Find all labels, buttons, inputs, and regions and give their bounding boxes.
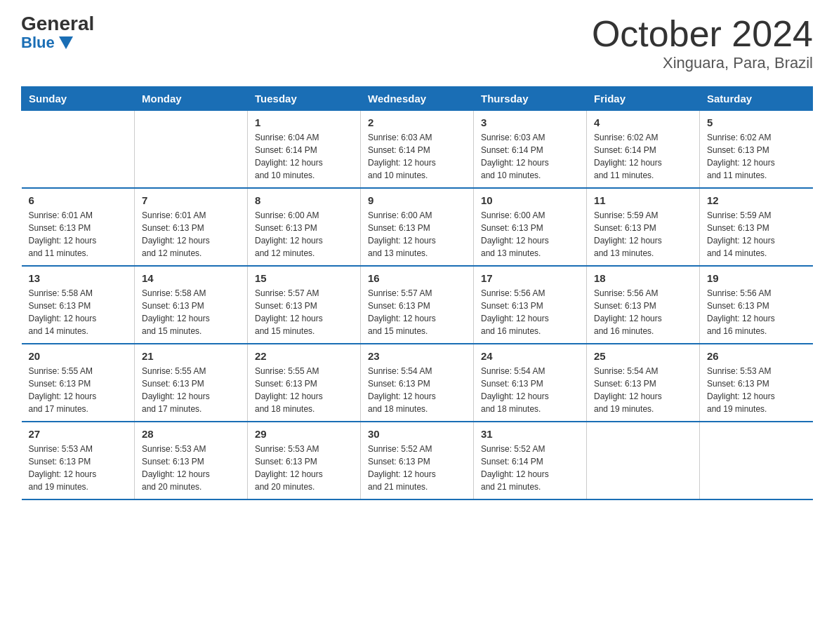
day-info: Sunrise: 5:52 AM Sunset: 6:13 PM Dayligh… — [368, 443, 466, 493]
weekday-header-tuesday: Tuesday — [248, 87, 361, 111]
day-number: 23 — [368, 350, 466, 362]
day-info: Sunrise: 6:00 AM Sunset: 6:13 PM Dayligh… — [255, 209, 353, 260]
day-info: Sunrise: 5:57 AM Sunset: 6:13 PM Dayligh… — [368, 287, 466, 337]
calendar-cell: 3Sunrise: 6:03 AM Sunset: 6:14 PM Daylig… — [474, 111, 587, 189]
day-info: Sunrise: 5:58 AM Sunset: 6:13 PM Dayligh… — [29, 287, 128, 337]
day-number: 6 — [29, 194, 128, 206]
calendar-cell: 5Sunrise: 6:02 AM Sunset: 6:13 PM Daylig… — [700, 111, 813, 189]
logo-blue-text: Blue — [21, 34, 73, 52]
calendar-cell: 21Sunrise: 5:55 AM Sunset: 6:13 PM Dayli… — [135, 344, 248, 422]
calendar-header-row: SundayMondayTuesdayWednesdayThursdayFrid… — [22, 87, 813, 111]
calendar-week-row: 27Sunrise: 5:53 AM Sunset: 6:13 PM Dayli… — [22, 422, 813, 499]
logo-triangle-icon — [59, 36, 73, 49]
calendar-cell: 7Sunrise: 6:01 AM Sunset: 6:13 PM Daylig… — [135, 188, 248, 266]
logo-general-text: General — [21, 14, 94, 34]
day-number: 22 — [255, 350, 353, 362]
month-title: October 2024 — [592, 14, 813, 54]
calendar-week-row: 20Sunrise: 5:55 AM Sunset: 6:13 PM Dayli… — [22, 344, 813, 422]
day-number: 1 — [255, 116, 353, 128]
day-info: Sunrise: 5:58 AM Sunset: 6:13 PM Dayligh… — [142, 287, 240, 337]
day-info: Sunrise: 5:53 AM Sunset: 6:13 PM Dayligh… — [142, 443, 240, 493]
day-info: Sunrise: 5:54 AM Sunset: 6:13 PM Dayligh… — [481, 365, 579, 415]
calendar-cell — [700, 422, 813, 499]
calendar-table: SundayMondayTuesdayWednesdayThursdayFrid… — [21, 86, 813, 500]
day-info: Sunrise: 5:52 AM Sunset: 6:14 PM Dayligh… — [481, 443, 579, 493]
day-number: 31 — [481, 428, 579, 440]
day-info: Sunrise: 5:56 AM Sunset: 6:13 PM Dayligh… — [707, 287, 806, 337]
day-number: 30 — [368, 428, 466, 440]
day-info: Sunrise: 5:53 AM Sunset: 6:13 PM Dayligh… — [29, 443, 128, 493]
calendar-cell: 26Sunrise: 5:53 AM Sunset: 6:13 PM Dayli… — [700, 344, 813, 422]
calendar-week-row: 6Sunrise: 6:01 AM Sunset: 6:13 PM Daylig… — [22, 188, 813, 266]
calendar-cell: 1Sunrise: 6:04 AM Sunset: 6:14 PM Daylig… — [248, 111, 361, 189]
day-number: 8 — [255, 194, 353, 206]
day-number: 28 — [142, 428, 240, 440]
day-number: 11 — [594, 194, 692, 206]
calendar-cell: 17Sunrise: 5:56 AM Sunset: 6:13 PM Dayli… — [474, 266, 587, 344]
weekday-header-sunday: Sunday — [22, 87, 135, 111]
calendar-cell: 19Sunrise: 5:56 AM Sunset: 6:13 PM Dayli… — [700, 266, 813, 344]
calendar-cell: 2Sunrise: 6:03 AM Sunset: 6:14 PM Daylig… — [361, 111, 474, 189]
day-info: Sunrise: 5:57 AM Sunset: 6:13 PM Dayligh… — [255, 287, 353, 337]
calendar-cell: 18Sunrise: 5:56 AM Sunset: 6:13 PM Dayli… — [587, 266, 700, 344]
day-info: Sunrise: 6:01 AM Sunset: 6:13 PM Dayligh… — [29, 209, 128, 260]
day-number: 17 — [481, 272, 579, 284]
day-info: Sunrise: 6:01 AM Sunset: 6:13 PM Dayligh… — [142, 209, 240, 260]
day-info: Sunrise: 5:59 AM Sunset: 6:13 PM Dayligh… — [594, 209, 692, 260]
day-info: Sunrise: 6:00 AM Sunset: 6:13 PM Dayligh… — [368, 209, 466, 260]
calendar-cell: 13Sunrise: 5:58 AM Sunset: 6:13 PM Dayli… — [22, 266, 135, 344]
day-number: 14 — [142, 272, 240, 284]
day-info: Sunrise: 6:03 AM Sunset: 6:14 PM Dayligh… — [481, 131, 579, 182]
page-header: General Blue October 2024 Xinguara, Para… — [21, 14, 813, 72]
day-info: Sunrise: 5:53 AM Sunset: 6:13 PM Dayligh… — [255, 443, 353, 493]
day-number: 9 — [368, 194, 466, 206]
day-number: 21 — [142, 350, 240, 362]
title-block: October 2024 Xinguara, Para, Brazil — [592, 14, 813, 72]
day-number: 13 — [29, 272, 128, 284]
day-info: Sunrise: 5:56 AM Sunset: 6:13 PM Dayligh… — [594, 287, 692, 337]
day-info: Sunrise: 6:00 AM Sunset: 6:13 PM Dayligh… — [481, 209, 579, 260]
calendar-cell — [135, 111, 248, 189]
day-info: Sunrise: 5:59 AM Sunset: 6:13 PM Dayligh… — [707, 209, 806, 260]
day-number: 2 — [368, 116, 466, 128]
day-number: 7 — [142, 194, 240, 206]
day-number: 26 — [707, 350, 806, 362]
weekday-header-monday: Monday — [135, 87, 248, 111]
calendar-cell: 30Sunrise: 5:52 AM Sunset: 6:13 PM Dayli… — [361, 422, 474, 499]
calendar-cell — [22, 111, 135, 189]
day-number: 10 — [481, 194, 579, 206]
calendar-cell: 9Sunrise: 6:00 AM Sunset: 6:13 PM Daylig… — [361, 188, 474, 266]
day-number: 16 — [368, 272, 466, 284]
calendar-cell: 12Sunrise: 5:59 AM Sunset: 6:13 PM Dayli… — [700, 188, 813, 266]
calendar-cell: 22Sunrise: 5:55 AM Sunset: 6:13 PM Dayli… — [248, 344, 361, 422]
day-number: 19 — [707, 272, 806, 284]
day-info: Sunrise: 5:54 AM Sunset: 6:13 PM Dayligh… — [594, 365, 692, 415]
calendar-cell: 28Sunrise: 5:53 AM Sunset: 6:13 PM Dayli… — [135, 422, 248, 499]
location-title: Xinguara, Para, Brazil — [592, 54, 813, 72]
day-number: 5 — [707, 116, 806, 128]
calendar-cell: 20Sunrise: 5:55 AM Sunset: 6:13 PM Dayli… — [22, 344, 135, 422]
day-info: Sunrise: 5:55 AM Sunset: 6:13 PM Dayligh… — [255, 365, 353, 415]
calendar-cell: 15Sunrise: 5:57 AM Sunset: 6:13 PM Dayli… — [248, 266, 361, 344]
calendar-cell: 10Sunrise: 6:00 AM Sunset: 6:13 PM Dayli… — [474, 188, 587, 266]
calendar-cell: 11Sunrise: 5:59 AM Sunset: 6:13 PM Dayli… — [587, 188, 700, 266]
calendar-cell: 6Sunrise: 6:01 AM Sunset: 6:13 PM Daylig… — [22, 188, 135, 266]
calendar-cell — [587, 422, 700, 499]
calendar-cell: 8Sunrise: 6:00 AM Sunset: 6:13 PM Daylig… — [248, 188, 361, 266]
weekday-header-thursday: Thursday — [474, 87, 587, 111]
day-number: 15 — [255, 272, 353, 284]
weekday-header-friday: Friday — [587, 87, 700, 111]
calendar-cell: 29Sunrise: 5:53 AM Sunset: 6:13 PM Dayli… — [248, 422, 361, 499]
day-number: 4 — [594, 116, 692, 128]
day-number: 24 — [481, 350, 579, 362]
day-info: Sunrise: 6:02 AM Sunset: 6:13 PM Dayligh… — [707, 131, 806, 182]
calendar-cell: 31Sunrise: 5:52 AM Sunset: 6:14 PM Dayli… — [474, 422, 587, 499]
calendar-week-row: 1Sunrise: 6:04 AM Sunset: 6:14 PM Daylig… — [22, 111, 813, 189]
weekday-header-saturday: Saturday — [700, 87, 813, 111]
calendar-week-row: 13Sunrise: 5:58 AM Sunset: 6:13 PM Dayli… — [22, 266, 813, 344]
day-info: Sunrise: 6:03 AM Sunset: 6:14 PM Dayligh… — [368, 131, 466, 182]
day-number: 3 — [481, 116, 579, 128]
day-info: Sunrise: 5:56 AM Sunset: 6:13 PM Dayligh… — [481, 287, 579, 337]
calendar-cell: 14Sunrise: 5:58 AM Sunset: 6:13 PM Dayli… — [135, 266, 248, 344]
calendar-cell: 24Sunrise: 5:54 AM Sunset: 6:13 PM Dayli… — [474, 344, 587, 422]
